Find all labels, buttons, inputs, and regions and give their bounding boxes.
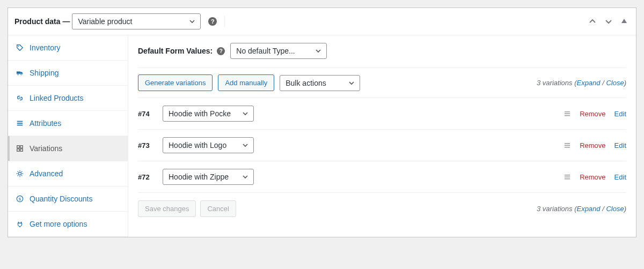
dollar-icon: $ <box>16 195 24 203</box>
sidebar-item-label: Variations <box>30 144 62 153</box>
save-changes-button[interactable]: Save changes <box>138 200 196 217</box>
variation-attribute-select[interactable]: Hoodie with Pocke <box>163 106 254 122</box>
svg-rect-9 <box>17 149 19 151</box>
variation-attribute-value[interactable]: Hoodie with Logo <box>163 137 254 153</box>
svg-point-2 <box>17 73 19 75</box>
sidebar-item-label: Quantity Discounts <box>30 195 93 203</box>
svg-rect-14 <box>565 111 570 113</box>
panel-title-dash: — <box>61 17 70 26</box>
svg-rect-6 <box>17 125 23 126</box>
variation-attribute-select[interactable]: Hoodie with Logo <box>163 137 254 153</box>
variations-count: 3 variations (Expand / Close) <box>537 79 626 87</box>
panel-header-controls <box>587 16 630 27</box>
svg-rect-10 <box>20 149 23 151</box>
bulk-actions-select-value[interactable]: Bulk actions <box>280 75 360 91</box>
sidebar-item-label: Get more options <box>30 220 87 228</box>
variations-list: #74 Hoodie with Pocke Remove Edit #73 <box>138 98 626 193</box>
edit-link[interactable]: Edit <box>614 141 626 150</box>
expand-link[interactable]: Expand <box>576 205 600 213</box>
expand-link[interactable]: Expand <box>576 79 600 87</box>
svg-text:$: $ <box>19 197 21 201</box>
svg-rect-18 <box>565 145 570 146</box>
grid-icon <box>16 144 24 153</box>
variation-id: #72 <box>138 173 157 181</box>
drag-handle-icon[interactable] <box>564 110 571 117</box>
svg-rect-4 <box>17 121 23 122</box>
variation-row: #73 Hoodie with Logo Remove Edit <box>138 130 626 161</box>
remove-link[interactable]: Remove <box>580 110 605 118</box>
variation-row: #74 Hoodie with Pocke Remove Edit <box>138 98 626 130</box>
product-data-panel: Product data — Variable product ? <box>8 8 636 237</box>
chevron-down-icon[interactable] <box>603 16 614 27</box>
list-icon <box>16 119 24 128</box>
link-icon <box>16 94 24 102</box>
default-form-values-label: Default Form Values: <box>138 47 213 55</box>
drag-handle-icon[interactable] <box>564 141 571 149</box>
add-manually-button[interactable]: Add manually <box>218 74 274 91</box>
variation-id: #73 <box>138 141 157 150</box>
svg-rect-15 <box>565 114 570 115</box>
sidebar-item-get-more-options[interactable]: Get more options <box>8 212 128 237</box>
sidebar-item-shipping[interactable]: Shipping <box>8 61 128 86</box>
svg-rect-21 <box>565 177 570 178</box>
truck-icon <box>16 69 24 77</box>
gear-icon <box>16 169 24 178</box>
sidebar-item-quantity-discounts[interactable]: $ Quantity Discounts <box>8 186 128 212</box>
edit-link[interactable]: Edit <box>614 173 626 181</box>
remove-link[interactable]: Remove <box>580 173 605 181</box>
variation-attribute-select[interactable]: Hoodie with Zippe <box>163 169 254 185</box>
divider <box>224 16 225 27</box>
help-icon[interactable]: ? <box>208 17 217 26</box>
cancel-button[interactable]: Cancel <box>200 200 236 217</box>
default-form-select-value[interactable]: No default Type... <box>230 43 327 59</box>
product-type-select[interactable]: Variable product <box>72 13 201 29</box>
sidebar-item-attributes[interactable]: Attributes <box>8 111 128 136</box>
variation-id: #74 <box>138 110 157 118</box>
sidebar-item-linked-products[interactable]: Linked Products <box>8 86 128 111</box>
default-form-select[interactable]: No default Type... <box>230 43 327 59</box>
sidebar-item-label: Advanced <box>30 169 63 178</box>
edit-link[interactable]: Edit <box>614 110 626 118</box>
variations-count-footer: 3 variations (Expand / Close) <box>537 205 626 213</box>
svg-rect-1 <box>17 71 20 73</box>
help-icon[interactable]: ? <box>217 47 225 55</box>
svg-rect-22 <box>565 178 570 180</box>
variations-toolbar: Generate variations Add manually Bulk ac… <box>138 68 626 98</box>
remove-link[interactable]: Remove <box>580 141 605 150</box>
bulk-actions-select[interactable]: Bulk actions <box>280 75 360 91</box>
generate-variations-button[interactable]: Generate variations <box>138 74 213 91</box>
svg-rect-19 <box>565 147 570 148</box>
svg-rect-16 <box>565 115 570 116</box>
sidebar-item-label: Inventory <box>30 43 61 52</box>
svg-rect-8 <box>20 146 23 148</box>
svg-point-0 <box>18 46 19 47</box>
main-content: Default Form Values: ? No default Type..… <box>128 35 636 237</box>
sidebar-item-inventory[interactable]: Inventory <box>8 35 128 61</box>
product-type-select-value[interactable]: Variable product <box>72 13 201 29</box>
sidebar-item-advanced[interactable]: Advanced <box>8 161 128 186</box>
panel-header: Product data — Variable product ? <box>8 8 636 35</box>
panel-title-prefix: Product data <box>14 17 61 26</box>
sidebar-item-label: Shipping <box>30 69 59 77</box>
collapse-triangle-icon[interactable] <box>619 16 630 27</box>
variations-footer: Save changes Cancel 3 variations (Expand… <box>138 193 626 220</box>
variation-attribute-value[interactable]: Hoodie with Pocke <box>163 106 254 122</box>
svg-point-11 <box>18 172 21 175</box>
sidebar: Inventory Shipping Linked Products Attri… <box>8 35 128 237</box>
close-link[interactable]: Close <box>606 79 624 87</box>
drag-handle-icon[interactable] <box>564 173 571 181</box>
svg-rect-17 <box>565 143 570 144</box>
tag-icon <box>16 43 24 52</box>
variation-attribute-value[interactable]: Hoodie with Zippe <box>163 169 254 185</box>
sidebar-item-variations[interactable]: Variations <box>8 136 128 161</box>
variation-row: #72 Hoodie with Zippe Remove Edit <box>138 161 626 193</box>
panel-title: Product data — <box>14 17 70 26</box>
chevron-up-icon[interactable] <box>587 16 598 27</box>
close-link[interactable]: Close <box>606 205 624 213</box>
svg-rect-20 <box>565 175 570 176</box>
svg-rect-7 <box>17 146 19 148</box>
sidebar-item-label: Attributes <box>30 119 61 128</box>
variations-count-text: 3 variations <box>537 205 572 213</box>
variations-count-text: 3 variations <box>537 79 572 87</box>
plug-icon <box>16 220 24 228</box>
